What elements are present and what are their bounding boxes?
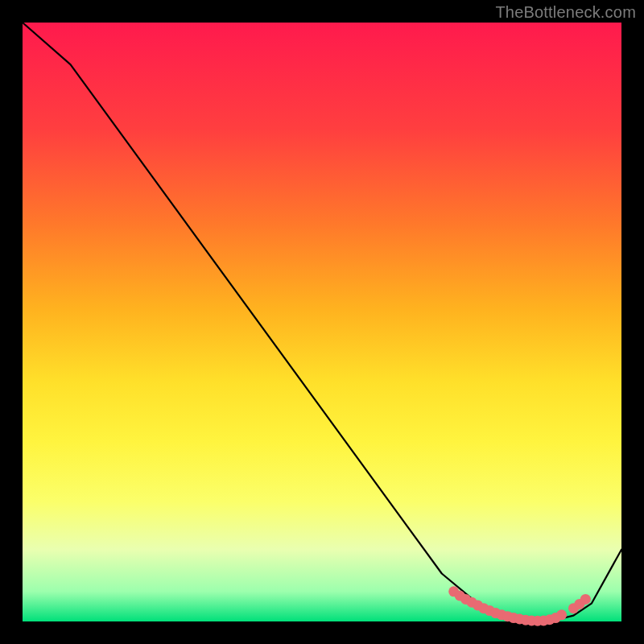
chart-overlay [23,23,621,621]
watermark-text: TheBottleneck.com [495,3,636,22]
marker-dot [580,594,591,605]
curve-line [23,23,621,621]
curve-path [23,23,621,621]
marker-dots [448,586,591,625]
marker-dot [556,609,567,620]
chart-stage: TheBottleneck.com [0,0,644,644]
